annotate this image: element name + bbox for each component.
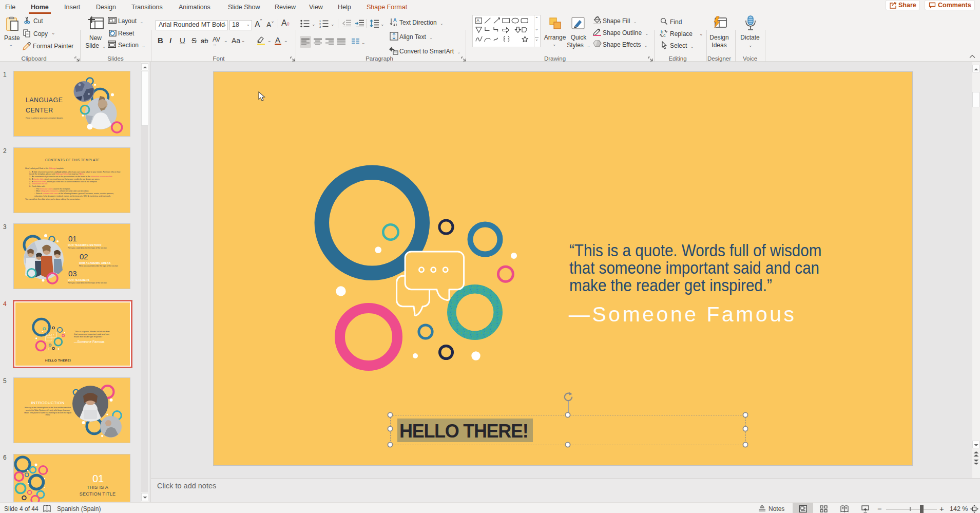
svg-text:c: c <box>663 33 666 37</box>
svg-text:3: 3 <box>319 25 321 28</box>
svg-text:A: A <box>393 17 397 23</box>
svg-text:A: A <box>476 18 479 23</box>
